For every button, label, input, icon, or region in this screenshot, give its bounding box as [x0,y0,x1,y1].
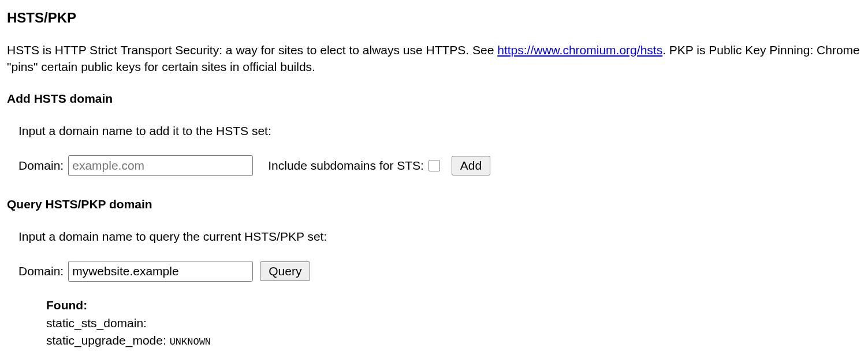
add-domain-label: Domain: [18,157,64,174]
query-hsts-heading: Query HSTS/PKP domain [7,196,861,212]
result-line: static_upgrade_mode: UNKNOWN [46,332,861,349]
result-value: UNKNOWN [170,336,211,347]
add-hsts-heading: Add HSTS domain [7,90,861,107]
query-domain-input[interactable] [68,261,253,282]
intro-paragraph: HSTS is HTTP Strict Transport Security: … [7,42,861,76]
query-prompt: Input a domain name to query the current… [18,228,861,245]
result-key: static_sts_domain: [46,316,147,330]
page-title: HSTS/PKP [7,8,861,28]
intro-text-before: HSTS is HTTP Strict Transport Security: … [7,43,497,57]
include-subdomains-checkbox[interactable] [429,160,440,171]
query-button[interactable]: Query [260,261,310,281]
add-button[interactable]: Add [452,156,490,175]
include-subdomains-label: Include subdomains for STS: [268,157,424,174]
result-key: static_upgrade_mode: [46,334,170,347]
add-prompt: Input a domain name to add it to the HST… [18,122,861,139]
add-domain-input[interactable] [68,155,253,176]
query-domain-label: Domain: [18,263,64,279]
hsts-info-link[interactable]: https://www.chromium.org/hsts [497,43,662,57]
result-line: static_sts_domain: [46,315,861,332]
found-label: Found: [46,297,861,313]
